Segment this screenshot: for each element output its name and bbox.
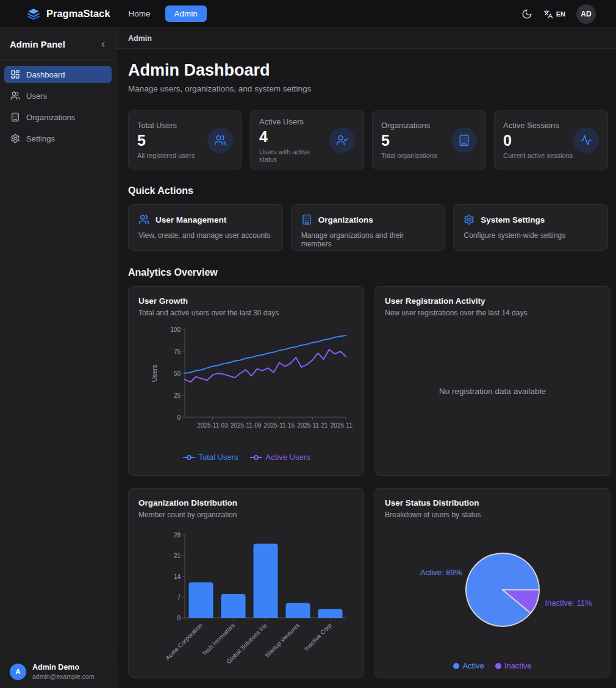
legend-item-active: Active bbox=[453, 661, 484, 670]
user-growth-chart-card: User Growth Total and active users over … bbox=[128, 286, 364, 476]
stat-description: Users with active status bbox=[259, 148, 329, 163]
chart-title: User Status Distribution bbox=[385, 498, 600, 507]
building-icon bbox=[301, 214, 312, 225]
sidebar: Admin Panel Dashboard Users Organization… bbox=[0, 28, 116, 688]
svg-text:2025-11-27: 2025-11-27 bbox=[331, 422, 354, 429]
user-avatar[interactable]: AD bbox=[576, 4, 596, 24]
top-nav: Home Admin bbox=[129, 5, 207, 22]
user-name: Admin Demo bbox=[32, 663, 95, 672]
charts-grid: User Growth Total and active users over … bbox=[128, 286, 608, 678]
stat-description: Current active sessions bbox=[503, 152, 573, 159]
sidebar-item-organizations[interactable]: Organizations bbox=[4, 109, 112, 126]
sidebar-user[interactable]: A Admin Demo admin@example.com bbox=[0, 656, 116, 688]
language-label: EN bbox=[556, 10, 565, 18]
users-icon bbox=[214, 134, 226, 146]
stat-icon-circle bbox=[451, 127, 477, 153]
nav-admin-button[interactable]: Admin bbox=[165, 5, 207, 22]
topbar: PragmaStack Home Admin EN AD bbox=[0, 0, 616, 28]
legend-dot-icon bbox=[453, 663, 459, 669]
stat-card-organizations: Organizations 5 Total organizations bbox=[372, 110, 486, 170]
stat-value: 5 bbox=[381, 132, 437, 149]
users-icon bbox=[10, 91, 20, 101]
svg-text:2025-11-15: 2025-11-15 bbox=[264, 422, 295, 429]
quick-action-title: System Settings bbox=[481, 215, 545, 224]
stat-card-active-users: Active Users 4 Users with active status bbox=[250, 110, 364, 170]
gear-icon bbox=[464, 214, 475, 225]
user-status-distribution-card: User Status Distribution Breakdown of us… bbox=[374, 488, 611, 678]
sidebar-item-dashboard[interactable]: Dashboard bbox=[4, 66, 112, 83]
nav-home-link[interactable]: Home bbox=[129, 9, 151, 18]
brand-name: PragmaStack bbox=[46, 8, 110, 20]
organization-distribution-card: Organization Distribution Member count b… bbox=[128, 488, 364, 678]
stat-icon-circle bbox=[207, 127, 233, 153]
quick-actions-grid: User Management View, create, and manage… bbox=[128, 204, 608, 251]
page-title: Admin Dashboard bbox=[128, 61, 608, 80]
svg-text:2025-11-21: 2025-11-21 bbox=[297, 422, 328, 429]
sidebar-item-users[interactable]: Users bbox=[4, 87, 112, 104]
avatar: A bbox=[10, 664, 26, 680]
brand[interactable]: PragmaStack bbox=[27, 7, 110, 21]
chart-subtitle: New user registrations over the last 14 … bbox=[385, 309, 600, 317]
svg-text:7: 7 bbox=[177, 594, 181, 601]
quick-actions-heading: Quick Actions bbox=[128, 185, 608, 196]
quick-action-user-management[interactable]: User Management View, create, and manage… bbox=[128, 204, 283, 251]
language-button[interactable]: EN bbox=[543, 9, 565, 19]
quick-action-organizations[interactable]: Organizations Manage organizations and t… bbox=[291, 204, 446, 251]
chevron-left-icon[interactable] bbox=[99, 40, 107, 49]
registration-activity-card: User Registration Activity New user regi… bbox=[374, 286, 611, 476]
chart-subtitle: Total and active users over the last 30 … bbox=[138, 309, 354, 317]
page-subtitle: Manage users, organizations, and system … bbox=[128, 84, 608, 93]
line-chart-legend: Total Users Active Users bbox=[138, 453, 354, 462]
chart-subtitle: Breakdown of users by status bbox=[385, 511, 600, 519]
breadcrumb-admin-link[interactable]: Admin bbox=[128, 34, 152, 43]
stat-label: Active Users bbox=[259, 117, 329, 126]
line-legend-marker-icon bbox=[249, 454, 263, 460]
stat-value: 0 bbox=[503, 132, 573, 149]
activity-icon bbox=[580, 134, 592, 146]
breadcrumb: Admin bbox=[116, 28, 616, 49]
gear-icon bbox=[10, 134, 20, 143]
svg-text:0: 0 bbox=[177, 615, 181, 622]
chart-subtitle: Member count by organization bbox=[138, 511, 354, 519]
line-legend-marker-icon bbox=[182, 454, 196, 460]
sidebar-nav: Dashboard Users Organizations Settings bbox=[0, 60, 116, 157]
svg-text:Inactive Corp: Inactive Corp bbox=[303, 622, 333, 652]
stat-description: Total organizations bbox=[381, 152, 437, 159]
quick-action-description: View, create, and manage user accounts bbox=[138, 231, 273, 240]
sidebar-item-settings[interactable]: Settings bbox=[4, 130, 112, 147]
empty-state-message: No registration data available bbox=[385, 317, 600, 465]
sidebar-item-label: Users bbox=[26, 91, 47, 101]
svg-text:75: 75 bbox=[174, 348, 181, 355]
topbar-right: EN AD bbox=[521, 4, 596, 24]
pie-chart: Active: 89%Inactive: 11% bbox=[385, 526, 600, 653]
svg-text:2025-11-09: 2025-11-09 bbox=[231, 422, 262, 429]
stat-label: Active Sessions bbox=[503, 121, 573, 130]
building-icon bbox=[10, 112, 20, 122]
sidebar-item-label: Settings bbox=[26, 134, 55, 143]
dashboard-icon bbox=[10, 70, 20, 79]
svg-text:0: 0 bbox=[177, 414, 181, 421]
legend-item-inactive: Inactive bbox=[495, 661, 532, 670]
line-chart: 02550751002025-11-032025-11-092025-11-15… bbox=[138, 324, 354, 449]
theme-toggle-button[interactable] bbox=[521, 9, 532, 20]
sidebar-item-label: Organizations bbox=[26, 113, 75, 122]
sidebar-title: Admin Panel bbox=[10, 39, 65, 49]
chart-title: User Registration Activity bbox=[385, 296, 600, 306]
svg-text:21: 21 bbox=[174, 553, 181, 559]
stat-card-active-sessions: Active Sessions 0 Current active session… bbox=[494, 110, 608, 170]
stats-grid: Total Users 5 All registered users Activ… bbox=[128, 110, 608, 170]
quick-action-title: User Management bbox=[156, 215, 226, 224]
stat-label: Organizations bbox=[381, 121, 437, 130]
svg-text:25: 25 bbox=[174, 392, 181, 399]
sidebar-item-label: Dashboard bbox=[26, 70, 65, 79]
languages-icon bbox=[543, 9, 553, 19]
sidebar-header: Admin Panel bbox=[0, 28, 116, 60]
users-icon bbox=[138, 214, 149, 225]
stat-icon-circle bbox=[573, 127, 599, 153]
svg-text:100: 100 bbox=[170, 326, 181, 333]
chart-title: User Growth bbox=[138, 296, 354, 306]
svg-text:Acme Corporation: Acme Corporation bbox=[164, 622, 204, 662]
stat-value: 5 bbox=[137, 132, 195, 149]
svg-text:50: 50 bbox=[174, 370, 181, 377]
quick-action-system-settings[interactable]: System Settings Configure system-wide se… bbox=[453, 204, 608, 251]
